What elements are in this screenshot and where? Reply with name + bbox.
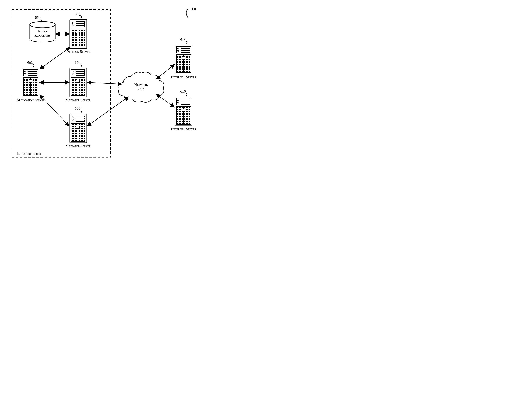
external-server-1-label: External Server — [171, 75, 196, 79]
decision-server-node: Decision Server 608 — [66, 12, 90, 54]
network-label: Network — [134, 83, 148, 87]
external-server-2-node: External Server 616 — [171, 89, 196, 131]
conn-decision-application — [40, 48, 70, 69]
network-node: Network 612 — [119, 72, 164, 102]
conn-mediator1-network — [88, 83, 121, 84]
mediator-server-1-label: Mediator Server — [65, 98, 91, 102]
conn-network-external2 — [156, 94, 174, 107]
figure-ref-number: 600 — [190, 7, 196, 11]
mediator-server-1-node: Mediator Server 604 — [65, 60, 91, 102]
application-server-label: Application Server — [16, 98, 45, 102]
network-ref: 612 — [138, 87, 144, 91]
rules-repo-label-2: Repository — [34, 33, 51, 37]
rules-repository-node: Rules Repository 610 — [30, 15, 55, 42]
decision-server-label: Decision Server — [66, 49, 90, 54]
conn-mediator2-network — [88, 97, 128, 126]
mediator-server-2-label: Mediator Server — [65, 144, 91, 148]
rules-repo-label-1: Rules — [38, 29, 47, 33]
external-server-2-label: External Server — [171, 127, 196, 131]
figure-ref: 600 — [186, 7, 196, 18]
svg-point-90 — [30, 22, 55, 28]
region-label: Intra-enterprise — [17, 151, 42, 155]
mediator-server-2-node: Mediator Server 606 — [65, 106, 91, 148]
conn-application-mediator2 — [40, 95, 69, 126]
system-diagram: 600 Intra-enterprise Rules Repository 61… — [0, 0, 218, 164]
external-server-1-node: External Server 614 — [171, 37, 196, 79]
